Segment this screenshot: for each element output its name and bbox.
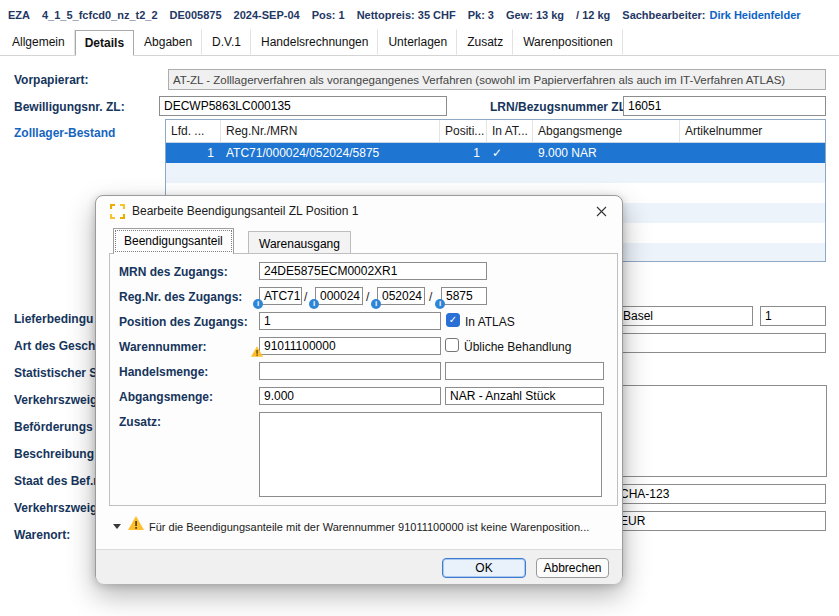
- statistischer-status-label: Statistischer S: [14, 366, 97, 380]
- tab-details[interactable]: Details: [75, 30, 134, 56]
- tab-allgemein[interactable]: Allgemein: [2, 29, 75, 55]
- lieferbedingung-nr-field[interactable]: 1: [760, 306, 826, 326]
- col-artikelnummer[interactable]: Artikelnummer: [680, 120, 825, 142]
- vorpapierart-label: Vorpapierart:: [14, 73, 88, 87]
- cell-regnr-mrn: ATC71/000024/052024/5875: [221, 146, 440, 160]
- regnr-separator: /: [304, 290, 307, 304]
- regnr-part1-field[interactable]: ATC71: [259, 287, 302, 305]
- table-row-selected[interactable]: 1 ATC71/000024/052024/5875 1 ✓ 9.000 NAR: [166, 143, 825, 163]
- warning-icon: [128, 516, 144, 533]
- doc-weight-net: / 12 kg: [576, 9, 610, 21]
- warning-expander-icon[interactable]: [113, 524, 121, 529]
- bewilligungsnr-field[interactable]: DECWP5863LC000135: [159, 96, 447, 116]
- cancel-button[interactable]: Abbrechen: [536, 558, 609, 578]
- cell-abgangsmenge: 9.000 NAR: [533, 146, 680, 160]
- mrn-label: MRN des Zugangs:: [119, 265, 228, 279]
- info-icon: i: [309, 299, 319, 309]
- in-atlas-checkbox[interactable]: ✓: [446, 313, 460, 327]
- position-field[interactable]: 1: [259, 312, 441, 330]
- verkehrszweig-field[interactable]: CHA-123: [615, 484, 826, 504]
- warenort-label: Warenort:: [14, 528, 70, 542]
- bewilligungsnr-label: Bewilligungsnr. ZL:: [14, 100, 125, 114]
- warennummer-label: Warennummer:: [119, 340, 207, 354]
- doc-type: EZA: [8, 9, 30, 21]
- edit-beendigungsanteil-dialog: Bearbeite Beendigungsanteil ZL Position …: [95, 195, 623, 583]
- lrn-label: LRN/Bezugsnummer ZL:: [490, 100, 630, 114]
- document-info-bar: EZA 4_1_5_fcfcd0_nz_t2_2 DE005875 2024-S…: [0, 0, 839, 30]
- doc-packages: Pk: 3: [468, 9, 494, 21]
- handelsmenge-unit-field[interactable]: [445, 362, 604, 380]
- table-header-row: Lfd. ... Reg.Nr./MRN Positi... In AT... …: [166, 120, 825, 143]
- uebliche-behandlung-checkbox[interactable]: [445, 338, 459, 352]
- doc-number: DE005875: [170, 9, 222, 21]
- tab-zusatz[interactable]: Zusatz: [457, 29, 513, 55]
- tab-handelsrechnungen[interactable]: Handelsrechnungen: [251, 29, 378, 55]
- cell-in-atlas-check-icon: ✓: [487, 146, 533, 160]
- tab-unterlagen[interactable]: Unterlagen: [378, 29, 457, 55]
- sachbearbeiter-label: Sachbearbeiter:: [622, 9, 705, 21]
- col-in-atlas[interactable]: In AT...: [487, 120, 533, 142]
- staat-des-befoerderungsmittels-label: Staat des Bef.m: [14, 474, 104, 488]
- col-regnr-mrn[interactable]: Reg.Nr./MRN: [221, 120, 440, 142]
- tab-abgaben[interactable]: Abgaben: [134, 29, 202, 55]
- abgangsmenge-unit-field[interactable]: NAR - Anzahl Stück: [445, 387, 604, 405]
- app-icon: [110, 204, 125, 219]
- cell-position: 1: [440, 146, 487, 160]
- info-icon: i: [253, 299, 263, 309]
- verkehrszweig2-label: Verkehrszweig: [14, 501, 97, 515]
- info-icon: i: [435, 299, 445, 309]
- vorpapierart-field: AT-ZL - Zolllagerverfahren als vorangega…: [168, 69, 826, 90]
- mrn-field[interactable]: 24DE5875ECM0002XR1: [259, 262, 487, 280]
- doc-position: Pos: 1: [312, 9, 345, 21]
- regnr-label: Reg.Nr. des Zugangs:: [119, 290, 242, 304]
- befoerderungs-label: Beförderungs: [14, 420, 93, 434]
- ok-button[interactable]: OK: [442, 558, 526, 578]
- warning-message[interactable]: Für die Beendigungsanteile mit der Waren…: [149, 521, 589, 533]
- verkehrszweig-label: Verkehrszweig: [14, 393, 97, 407]
- dialog-tab-beendigungsanteil[interactable]: Beendigungsanteil: [113, 228, 234, 254]
- zusatz-textarea[interactable]: [259, 412, 602, 497]
- abgangsmenge-label: Abgangsmenge:: [119, 390, 213, 404]
- doc-date: 2024-SEP-04: [234, 9, 300, 21]
- regnr-separator: /: [429, 290, 432, 304]
- cell-lfd: 1: [166, 146, 221, 160]
- warenort-field[interactable]: EUR: [615, 511, 826, 531]
- lieferbedingung-city-field[interactable]: Basel: [618, 306, 753, 326]
- regnr-part3-field[interactable]: 052024: [377, 287, 425, 305]
- uebliche-behandlung-checkbox-label: Übliche Behandlung: [464, 340, 571, 354]
- art-des-geschaefts-field[interactable]: [618, 333, 826, 353]
- handelsmenge-field[interactable]: [259, 362, 441, 380]
- dialog-title: Bearbeite Beendigungsanteil ZL Position …: [132, 204, 358, 218]
- zolllager-bestand-link[interactable]: Zolllager-Bestand: [14, 126, 115, 140]
- lieferbedingung-label: Lieferbedingu: [14, 312, 93, 326]
- handelsmenge-label: Handelsmenge:: [119, 365, 208, 379]
- main-tabstrip: Allgemein Details Abgaben D.V.1 Handelsr…: [0, 30, 839, 56]
- sachbearbeiter-link[interactable]: Dirk Heidenfelder: [709, 9, 800, 21]
- tab-warenpositionen[interactable]: Warenpositionen: [513, 29, 623, 55]
- doc-nettopreis: Nettopreis: 35 CHF: [357, 9, 456, 21]
- regnr-part4-field[interactable]: 5875: [441, 287, 487, 305]
- abgangsmenge-field[interactable]: 9.000: [259, 387, 441, 405]
- close-icon[interactable]: [588, 200, 614, 222]
- position-label: Position des Zugangs:: [119, 315, 248, 329]
- col-position[interactable]: Positi...: [440, 120, 487, 142]
- dialog-tab-warenausgang[interactable]: Warenausgang: [248, 231, 351, 254]
- lrn-field[interactable]: 16051: [623, 96, 826, 116]
- info-icon: i: [371, 299, 381, 309]
- art-des-geschaefts-label: Art des Gesch: [14, 339, 95, 353]
- warennummer-field[interactable]: 91011100000: [259, 337, 441, 355]
- tab-dv1[interactable]: D.V.1: [202, 29, 251, 55]
- regnr-separator: /: [366, 290, 369, 304]
- regnr-part2-field[interactable]: 000024: [315, 287, 363, 305]
- checkmark-icon: ✓: [449, 315, 457, 325]
- zusatz-label: Zusatz:: [119, 415, 161, 429]
- doc-reference: 4_1_5_fcfcd0_nz_t2_2: [42, 9, 158, 21]
- col-lfd[interactable]: Lfd. ...: [166, 120, 221, 142]
- in-atlas-checkbox-label: In ATLAS: [465, 315, 515, 329]
- warning-icon: [251, 346, 263, 360]
- beschreibung-textarea[interactable]: [618, 385, 827, 477]
- beschreibung-label: Beschreibung: [14, 447, 94, 461]
- doc-weight: Gew: 13 kg: [506, 9, 564, 21]
- col-abgangsmenge[interactable]: Abgangsmenge: [533, 120, 680, 142]
- table-empty-row: [166, 163, 825, 183]
